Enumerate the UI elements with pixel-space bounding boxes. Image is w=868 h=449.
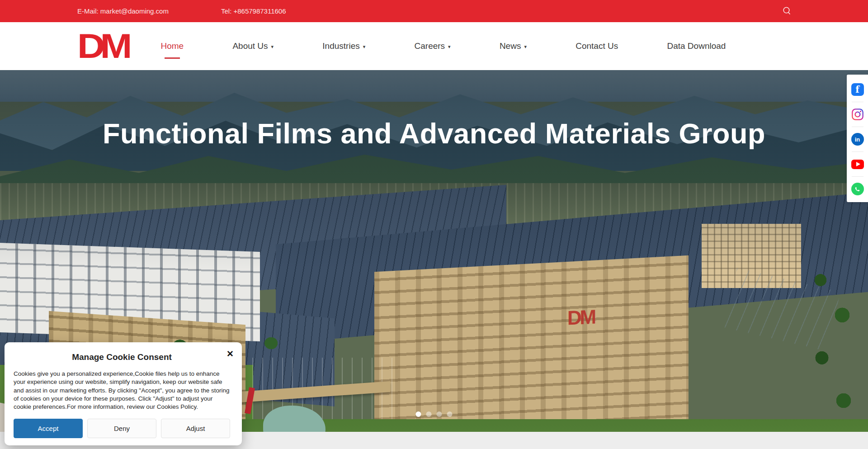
topbar-email[interactable]: E-Mail: market@daoming.com bbox=[77, 7, 169, 15]
chevron-down-icon: ▾ bbox=[448, 43, 451, 50]
divider bbox=[852, 102, 863, 102]
chevron-down-icon: ▾ bbox=[524, 43, 527, 50]
search-icon[interactable] bbox=[782, 6, 792, 17]
cookie-title: Manage Cookie Consent bbox=[14, 352, 230, 362]
carousel-dot-3[interactable] bbox=[437, 411, 442, 417]
nav-item-home[interactable]: Home bbox=[160, 41, 184, 51]
hero-title: Functional Films and Advanced Materials … bbox=[0, 117, 868, 150]
nav-item-about-us[interactable]: About Us ▾ bbox=[232, 41, 274, 51]
social-sidebar: f in bbox=[847, 75, 868, 202]
topbar: E-Mail: market@daoming.com Tel: +8657987… bbox=[0, 0, 868, 22]
carousel-dot-1[interactable] bbox=[416, 411, 421, 417]
daoming-homepage: E-Mail: market@daoming.com Tel: +8657987… bbox=[0, 0, 868, 449]
dm-logo[interactable]: DM bbox=[77, 29, 127, 63]
facebook-glyph: f bbox=[855, 84, 859, 95]
nav-item-label: About Us bbox=[232, 41, 268, 51]
carousel-dots bbox=[416, 411, 453, 417]
whatsapp-icon[interactable] bbox=[851, 183, 864, 195]
nav-item-label: News bbox=[500, 41, 521, 51]
deny-button[interactable]: Deny bbox=[87, 419, 156, 438]
cookie-consent-dialog: Manage Cookie Consent ✕ Cookies give you… bbox=[5, 342, 242, 445]
nav-item-data-download[interactable]: Data Download bbox=[667, 41, 726, 51]
cookie-buttons: Accept Deny Adjust bbox=[14, 419, 230, 438]
chevron-down-icon: ▾ bbox=[363, 43, 366, 50]
instagram-icon[interactable] bbox=[851, 108, 864, 121]
linkedin-icon[interactable]: in bbox=[851, 133, 864, 146]
nav-item-news[interactable]: News ▾ bbox=[500, 41, 527, 51]
topbar-tel[interactable]: Tel: +8657987311606 bbox=[221, 7, 286, 15]
nav-item-label: Contact Us bbox=[576, 41, 618, 51]
carousel-dot-4[interactable] bbox=[447, 411, 453, 417]
main-nav: Home About Us ▾ Industries ▾ Careers ▾ N… bbox=[160, 41, 726, 51]
carousel-dot-2[interactable] bbox=[426, 411, 432, 417]
divider bbox=[852, 151, 863, 152]
nav-item-label: Data Download bbox=[667, 41, 726, 51]
nav-item-contact-us[interactable]: Contact Us bbox=[576, 41, 618, 51]
nav-item-label: Home bbox=[160, 41, 184, 51]
close-icon[interactable]: ✕ bbox=[226, 350, 234, 358]
divider bbox=[852, 127, 863, 127]
chevron-down-icon: ▾ bbox=[271, 43, 274, 50]
youtube-icon[interactable] bbox=[851, 158, 864, 170]
nav-item-label: Industries bbox=[322, 41, 359, 51]
nav-item-industries[interactable]: Industries ▾ bbox=[322, 41, 365, 51]
cookie-body-text: Cookies give you a personalized experien… bbox=[14, 370, 230, 411]
nav-item-careers[interactable]: Careers ▾ bbox=[415, 41, 451, 51]
facebook-icon[interactable]: f bbox=[851, 83, 864, 96]
linkedin-glyph: in bbox=[855, 136, 860, 143]
nav-item-label: Careers bbox=[415, 41, 445, 51]
divider bbox=[852, 176, 863, 177]
adjust-button[interactable]: Adjust bbox=[161, 419, 230, 438]
navbar: DM Home About Us ▾ Industries ▾ Careers … bbox=[0, 22, 868, 70]
accept-button[interactable]: Accept bbox=[14, 419, 83, 438]
